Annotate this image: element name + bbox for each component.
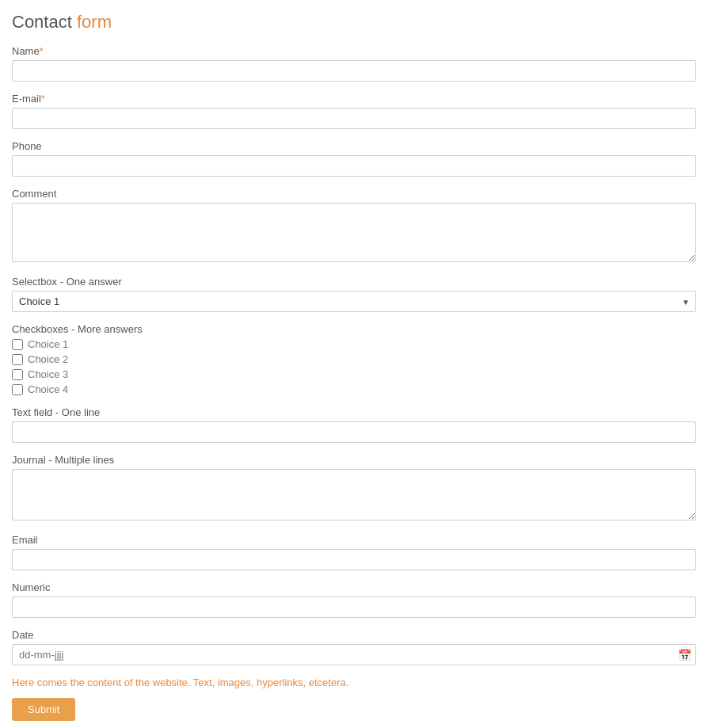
name-label: Name* — [12, 45, 696, 57]
numeric-label: Numeric — [12, 581, 696, 593]
checkbox-choice4-label: Choice 4 — [28, 383, 68, 395]
list-item: Choice 4 — [12, 383, 696, 395]
email-group: E-mail* — [12, 93, 696, 129]
numeric-input[interactable] — [12, 597, 696, 618]
website-content-text: Here comes the content of the website. T… — [12, 677, 696, 688]
comment-group: Comment — [12, 188, 696, 265]
journal-group: Journal - Multiple lines — [12, 454, 696, 523]
selectbox-input[interactable]: Choice 1 Choice 2 Choice 3 Choice 4 — [12, 291, 696, 312]
date-input[interactable] — [12, 644, 696, 665]
date-group: Date 📅 — [12, 629, 696, 665]
phone-label: Phone — [12, 140, 696, 152]
journal-textarea[interactable] — [12, 469, 696, 520]
email-input[interactable] — [12, 108, 696, 129]
email2-group: Email — [12, 534, 696, 570]
list-item: Choice 3 — [12, 368, 696, 380]
checkboxes-label: Checkboxes - More answers — [12, 323, 696, 335]
date-label: Date — [12, 629, 696, 641]
checkbox-choice1-label: Choice 1 — [28, 338, 68, 350]
comment-label: Comment — [12, 188, 696, 200]
checkbox-choice4[interactable] — [12, 384, 23, 395]
name-group: Name* — [12, 45, 696, 82]
checkbox-choice2-label: Choice 2 — [28, 353, 68, 365]
list-item: Choice 2 — [12, 353, 696, 365]
checkboxes-group: Checkboxes - More answers Choice 1 Choic… — [12, 323, 696, 395]
date-wrapper: 📅 — [12, 644, 696, 665]
checkbox-choice3[interactable] — [12, 369, 23, 380]
checkbox-list: Choice 1 Choice 2 Choice 3 Choice 4 — [12, 338, 696, 395]
email-label: E-mail* — [12, 93, 696, 105]
page-title: Contact form — [12, 12, 696, 32]
selectbox-label: Selectbox - One answer — [12, 276, 696, 288]
selectbox-group: Selectbox - One answer Choice 1 Choice 2… — [12, 276, 696, 312]
select-wrapper: Choice 1 Choice 2 Choice 3 Choice 4 — [12, 291, 696, 312]
submit-button[interactable]: Submit — [12, 698, 75, 721]
contact-form: Name* E-mail* Phone Comment Selectbox - … — [12, 45, 696, 721]
list-item: Choice 1 — [12, 338, 696, 350]
checkbox-choice1[interactable] — [12, 339, 23, 350]
checkbox-choice2[interactable] — [12, 354, 23, 365]
journal-label: Journal - Multiple lines — [12, 454, 696, 466]
textfield-group: Text field - One line — [12, 406, 696, 443]
phone-input[interactable] — [12, 155, 696, 177]
textfield-input[interactable] — [12, 421, 696, 443]
phone-group: Phone — [12, 140, 696, 177]
comment-textarea[interactable] — [12, 203, 696, 262]
numeric-group: Numeric — [12, 581, 696, 618]
textfield-label: Text field - One line — [12, 406, 696, 418]
email2-input[interactable] — [12, 549, 696, 570]
email2-label: Email — [12, 534, 696, 546]
name-input[interactable] — [12, 60, 696, 82]
checkbox-choice3-label: Choice 3 — [28, 368, 68, 380]
